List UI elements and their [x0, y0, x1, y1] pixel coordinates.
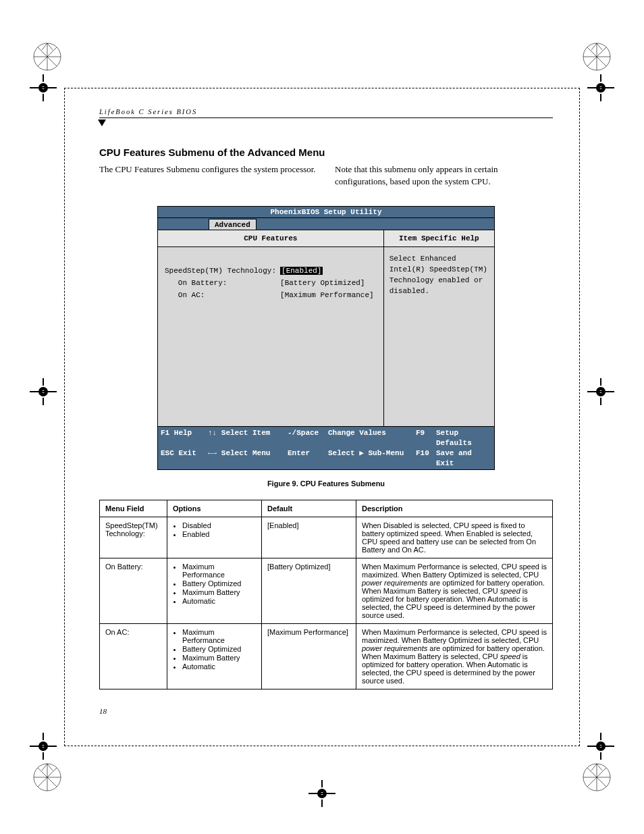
header-rule: [99, 118, 553, 118]
cell-default: [Maximum Performance]: [262, 624, 356, 689]
option-item: Automatic: [182, 662, 256, 671]
option-item: Disabled: [182, 521, 256, 529]
cell-description: When Disabled is selected, CPU speed is …: [356, 517, 553, 558]
crosshair: [30, 733, 57, 760]
crosshair: [30, 378, 57, 405]
running-header: LifeBook C Series BIOS: [99, 108, 553, 118]
bios-settings: SpeedStep(TM) Technology:[Enabled] On Ba…: [158, 247, 383, 426]
cell-options: Maximum PerformanceBattery OptimizedMaxi…: [167, 558, 262, 624]
option-item: Battery Optimized: [182, 645, 256, 653]
bios-figure: PhoenixBIOS Setup Utility Advanced CPU F…: [157, 206, 495, 470]
reg-mark-bl: [32, 762, 62, 792]
option-item: Maximum Performance: [182, 628, 256, 644]
intro-left: The CPU Features Submenu configures the …: [99, 163, 317, 187]
options-table: Menu Field Options Default Description S…: [99, 500, 553, 689]
bios-setting-value: [Maximum Performance]: [280, 290, 377, 301]
bios-setting-label: On Battery:: [165, 278, 279, 289]
trim-line: [579, 88, 580, 746]
bios-setting-value: [Battery Optimized]: [280, 278, 377, 289]
bios-title: PhoenixBIOS Setup Utility: [158, 207, 494, 218]
bios-footer: F1 Help ↑↓ Select Item -/Space Change Va…: [158, 426, 494, 469]
reg-mark-tl: [32, 42, 62, 72]
bios-right-heading: Item Specific Help: [384, 230, 494, 247]
cell-field: SpeedStep(TM) Technology:: [100, 517, 167, 558]
table-row: On AC:Maximum PerformanceBattery Optimiz…: [100, 624, 553, 689]
option-item: Maximum Battery: [182, 654, 256, 662]
bios-setting-label: SpeedStep(TM) Technology:: [165, 266, 279, 277]
cell-field: On AC:: [100, 624, 167, 689]
page-content: LifeBook C Series BIOS CPU Features Subm…: [99, 108, 553, 715]
section-title: CPU Features Submenu of the Advanced Men…: [99, 147, 553, 158]
reg-mark-br: [582, 762, 612, 792]
bios-tab-bar: Advanced: [158, 218, 494, 230]
option-item: Battery Optimized: [182, 579, 256, 588]
cell-field: On Battery:: [100, 558, 167, 624]
crosshair: [587, 378, 614, 405]
cell-default: [Enabled]: [262, 517, 356, 558]
option-item: Maximum Performance: [182, 563, 256, 579]
option-item: Automatic: [182, 597, 256, 605]
bios-tab-advanced: Advanced: [209, 219, 257, 230]
table-row: SpeedStep(TM) Technology:DisabledEnabled…: [100, 517, 553, 558]
cell-options: Maximum PerformanceBattery OptimizedMaxi…: [167, 624, 262, 689]
reg-mark-tr: [582, 42, 612, 72]
header-marker-icon: [98, 120, 106, 126]
crosshair: [308, 780, 336, 807]
table-row: On Battery:Maximum PerformanceBattery Op…: [100, 558, 553, 624]
crosshair: [587, 733, 614, 760]
cell-options: DisabledEnabled: [167, 517, 262, 558]
page-number: 18: [99, 707, 553, 715]
cell-description: When Maximum Performance is selected, CP…: [356, 624, 553, 689]
th-description: Description: [356, 500, 553, 517]
trim-line: [64, 88, 580, 88]
cell-description: When Maximum Performance is selected, CP…: [356, 558, 553, 624]
crosshair: [587, 74, 614, 101]
option-item: Enabled: [182, 530, 256, 538]
bios-help-text: Select Enhanced Intel(R) SpeedStep(TM) T…: [384, 247, 494, 304]
th-menu-field: Menu Field: [100, 500, 167, 517]
trim-line: [64, 88, 65, 746]
bios-setting-label: On AC:: [165, 290, 279, 301]
bios-left-heading: CPU Features: [158, 230, 383, 247]
option-item: Maximum Battery: [182, 588, 256, 596]
cell-default: [Battery Optimized]: [262, 558, 356, 624]
trim-line: [64, 746, 580, 746]
intro-columns: The CPU Features Submenu configures the …: [99, 163, 553, 187]
th-default: Default: [262, 500, 356, 517]
figure-caption: Figure 9. CPU Features Submenu: [99, 479, 553, 488]
crosshair: [30, 74, 57, 101]
intro-right: Note that this submenu only appears in c…: [335, 163, 553, 187]
th-options: Options: [167, 500, 262, 517]
bios-setting-value: [Enabled]: [280, 266, 377, 277]
